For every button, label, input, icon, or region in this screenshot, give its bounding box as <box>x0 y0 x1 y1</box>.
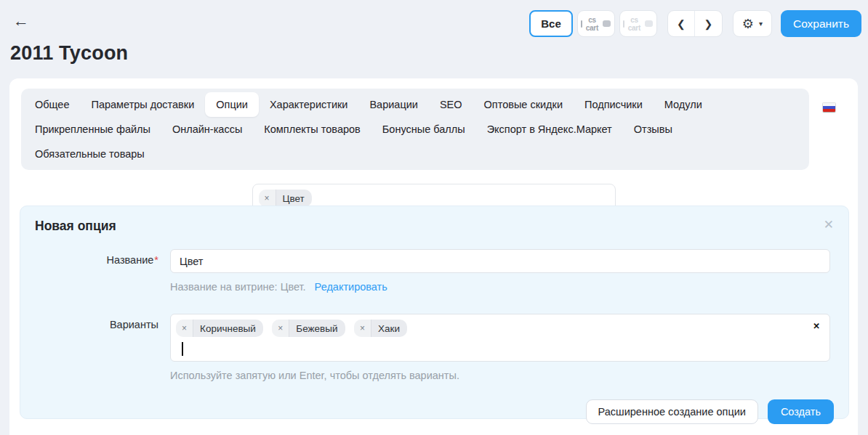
new-option-form: Название* Название на витрине: Цвет. Ред… <box>35 249 834 424</box>
storefront-all-button[interactable]: Все <box>529 10 573 37</box>
tab-onlajn-kassy[interactable]: Онлайн-кассы <box>161 117 253 142</box>
name-row: Название* <box>35 249 834 273</box>
variants-tags-input[interactable]: × Коричневый × Бежевый × Хаки <box>170 314 830 362</box>
remove-tag-icon[interactable]: × <box>354 320 371 337</box>
edit-link[interactable]: Редактировать <box>315 281 387 293</box>
tab-optovye-skidki[interactable]: Оптовые скидки <box>473 92 574 117</box>
tab-seo[interactable]: SEO <box>429 92 473 117</box>
tab-eksport-yandex-market[interactable]: Экспорт в Яндекс.Маркет <box>476 117 623 142</box>
remove-tag-icon[interactable]: × <box>176 320 193 337</box>
page-title: 2011 Tycoon <box>10 42 128 65</box>
settings-dropdown-button[interactable]: ⚙ ▾ <box>733 10 772 37</box>
tab-variacii[interactable]: Вариации <box>358 92 428 117</box>
variant-tag-label: Хаки <box>371 323 407 334</box>
variant-tag-label: Бежевый <box>289 323 345 334</box>
variant-tag: × Бежевый <box>272 320 345 337</box>
cs-cart-logo-bar <box>581 20 582 28</box>
tabs-area: Общее Параметры доставки Опции Характери… <box>9 78 858 170</box>
prev-product-button[interactable]: ❮ <box>668 11 695 36</box>
tab-obyazatelnye-tovary[interactable]: Обязательные товары <box>24 142 156 166</box>
tab-komplekty-tovarov[interactable]: Комплекты товаров <box>253 117 371 142</box>
cs-cart-logo-badge <box>603 20 611 27</box>
chevron-right-icon: ❯ <box>704 18 712 30</box>
tab-podpischiki[interactable]: Подписчики <box>574 92 654 117</box>
option-tag: × Цвет <box>259 190 312 207</box>
cs-cart-logo-text: cs cart <box>626 16 642 32</box>
chevron-left-icon: ❮ <box>677 18 686 30</box>
variant-tag: × Хаки <box>354 320 407 337</box>
required-mark: * <box>154 254 158 266</box>
tab-moduli[interactable]: Модули <box>654 92 713 117</box>
prev-next-group: ❮ ❯ <box>667 10 723 37</box>
tabs-row-1: Общее Параметры доставки Опции Характери… <box>24 92 806 117</box>
remove-tag-icon[interactable]: × <box>272 320 289 337</box>
tab-harakteristiki[interactable]: Характеристики <box>259 92 359 117</box>
tab-prikreplennye-fajly[interactable]: Прикрепленные файлы <box>24 117 161 142</box>
name-label: Название* <box>35 249 158 266</box>
flag-ru-icon <box>823 103 835 112</box>
advanced-option-button[interactable]: Расширенное создание опции <box>586 399 758 424</box>
tab-parametry-dostavki[interactable]: Параметры доставки <box>80 92 205 117</box>
variants-row: Варианты × Коричневый × Бежевый <box>35 314 834 362</box>
toolbar: Все cs cart cs cart ❮ ❯ ⚙ <box>529 10 861 37</box>
cs-cart-logo-badge <box>645 20 653 27</box>
close-icon[interactable]: ✕ <box>824 219 834 231</box>
tab-opcii[interactable]: Опции <box>205 92 259 117</box>
chevron-down-icon: ▾ <box>759 20 763 28</box>
variant-tag: × Коричневый <box>176 320 263 337</box>
page-header: ← 2011 Tycoon Все cs cart cs cart ❮ ❯ <box>0 0 868 78</box>
tab-obschee[interactable]: Общее <box>24 92 80 117</box>
panel-title: Новая опция <box>35 219 116 234</box>
remove-tag-icon[interactable]: × <box>259 190 276 207</box>
back-arrow-icon[interactable]: ← <box>13 13 29 29</box>
storefront-name-hint: Название на витрине: Цвет. Редактировать <box>170 281 834 293</box>
tabs-row-2: Прикрепленные файлы Онлайн-кассы Комплек… <box>24 117 806 166</box>
text-caret <box>182 342 183 356</box>
panel-buttons: Расширенное создание опции Создать <box>35 399 834 424</box>
save-button[interactable]: Сохранить <box>781 10 861 37</box>
cs-cart-logo-text: cs cart <box>584 16 600 32</box>
storefront-cscart-button-2[interactable]: cs cart <box>619 10 657 37</box>
name-input[interactable] <box>170 249 830 273</box>
option-tag-label: Цвет <box>276 193 312 204</box>
variants-label: Варианты <box>35 314 158 330</box>
panel-header: Новая опция ✕ <box>35 219 834 234</box>
language-selector[interactable] <box>809 89 848 112</box>
tab-bonusnye-bally[interactable]: Бонусные баллы <box>371 117 476 142</box>
cs-cart-logo-bar <box>623 20 624 28</box>
create-button[interactable]: Создать <box>768 399 834 424</box>
variant-tag-label: Коричневый <box>193 323 263 334</box>
cs-cart-logo: cs cart <box>623 16 653 32</box>
content-card: Общее Параметры доставки Опции Характери… <box>9 78 858 435</box>
clear-input-icon[interactable]: ✕ <box>813 321 820 331</box>
cs-cart-logo: cs cart <box>581 16 611 32</box>
next-product-button[interactable]: ❯ <box>695 11 722 36</box>
variants-hint: Используйте запятую или Enter, чтобы отд… <box>170 370 834 381</box>
storefront-cscart-button-1[interactable]: cs cart <box>577 10 615 37</box>
product-tabs: Общее Параметры доставки Опции Характери… <box>21 89 809 170</box>
gear-icon: ⚙ <box>742 17 754 31</box>
tab-otzyvy[interactable]: Отзывы <box>623 117 683 142</box>
storefront-hint-text: Название на витрине: Цвет. <box>170 281 306 293</box>
new-option-panel: Новая опция ✕ Название* Название на витр… <box>20 206 849 419</box>
variant-tags-line: × Коричневый × Бежевый × Хаки <box>176 320 805 337</box>
